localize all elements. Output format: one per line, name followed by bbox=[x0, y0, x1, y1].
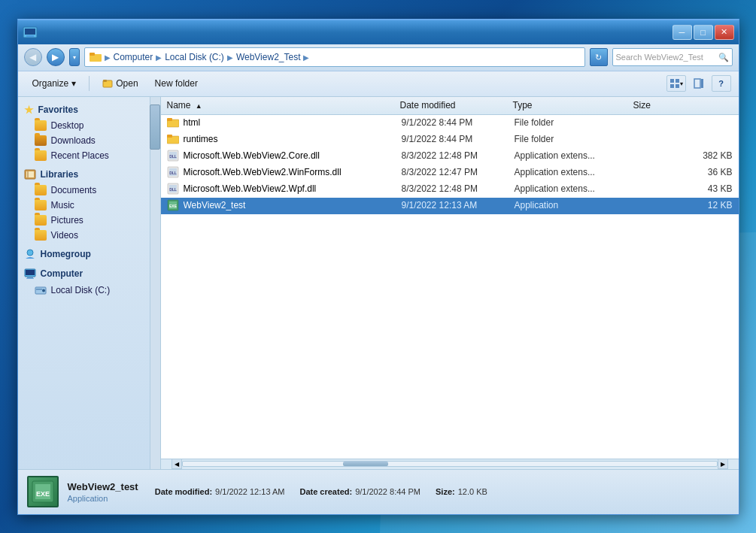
documents-folder-icon bbox=[35, 185, 47, 195]
back-button[interactable]: ◀ bbox=[24, 48, 42, 66]
column-type-label: Type bbox=[513, 100, 533, 111]
file-type: Application extens... bbox=[515, 167, 635, 177]
table-row[interactable]: DLL Microsoft.Web.WebView2.WinForms.dll … bbox=[161, 165, 739, 181]
pictures-folder-icon bbox=[35, 215, 47, 226]
sort-arrow-icon: ▲ bbox=[196, 102, 202, 110]
refresh-button[interactable]: ↻ bbox=[590, 48, 608, 66]
column-size[interactable]: Size bbox=[633, 100, 733, 111]
toolbar-right: ▾ ? bbox=[666, 75, 731, 92]
libraries-label: Libraries bbox=[41, 169, 79, 180]
sidebar-desktop-label: Desktop bbox=[51, 120, 84, 131]
svg-rect-9 bbox=[670, 84, 674, 88]
svg-rect-2 bbox=[26, 35, 34, 37]
title-bar-left bbox=[23, 25, 38, 40]
sidebar: ★ Favorites Desktop Downloads Recent Pla… bbox=[18, 97, 161, 469]
column-header: Name ▲ Date modified Type Size bbox=[161, 97, 739, 115]
file-size: 43 KB bbox=[635, 183, 733, 194]
svg-rect-6 bbox=[103, 80, 107, 82]
libraries-icon bbox=[24, 168, 36, 180]
date-created-label: Date created: bbox=[299, 487, 352, 496]
scroll-right-button[interactable]: ▶ bbox=[718, 459, 728, 469]
maximize-button[interactable]: □ bbox=[694, 25, 713, 40]
sidebar-item-videos[interactable]: Videos bbox=[18, 228, 160, 243]
sidebar-item-downloads[interactable]: Downloads bbox=[18, 133, 160, 148]
sidebar-scroll-thumb[interactable] bbox=[150, 104, 160, 150]
favorites-label: Favorites bbox=[38, 104, 78, 115]
breadcrumb-webview2-test[interactable]: WebView2_Test bbox=[236, 52, 301, 62]
status-filename: WebView2_test bbox=[68, 481, 138, 492]
sidebar-videos-label: Videos bbox=[51, 230, 78, 241]
explorer-window: ─ □ ✕ ◀ ▶ ▾ ▶ Computer ▶ Local Disk (C:)… bbox=[17, 19, 739, 515]
svg-rect-8 bbox=[676, 79, 679, 83]
music-folder-icon bbox=[35, 200, 47, 210]
desktop-folder-icon bbox=[35, 120, 47, 131]
search-placeholder: Search WebView2_Test bbox=[616, 53, 703, 62]
file-name: Microsoft.Web.WebView2.Core.dll bbox=[184, 150, 402, 161]
column-type[interactable]: Type bbox=[513, 100, 633, 111]
sidebar-documents-label: Documents bbox=[51, 185, 97, 195]
recent-places-icon bbox=[35, 150, 47, 161]
folder-icon bbox=[167, 133, 179, 145]
svg-rect-7 bbox=[670, 79, 674, 83]
table-row[interactable]: EXE WebView2_test 9/1/2022 12:13 AM Appl… bbox=[161, 198, 739, 214]
file-type: Application extens... bbox=[515, 150, 635, 161]
breadcrumb-local-disk[interactable]: Local Disk (C:) bbox=[165, 52, 224, 62]
svg-point-16 bbox=[27, 250, 33, 256]
computer-header[interactable]: Computer bbox=[18, 265, 160, 282]
view-dropdown-icon: ▾ bbox=[680, 80, 683, 87]
preview-pane-button[interactable] bbox=[689, 75, 709, 92]
breadcrumb-sep-3: ▶ bbox=[227, 53, 233, 62]
dll-icon: DLL bbox=[167, 150, 179, 162]
toolbar-separator-1 bbox=[89, 76, 90, 91]
sidebar-item-music[interactable]: Music bbox=[18, 198, 160, 213]
homegroup-header[interactable]: Homegroup bbox=[18, 246, 160, 262]
svg-rect-23 bbox=[36, 289, 42, 290]
breadcrumb-sep-1: ▶ bbox=[105, 53, 111, 62]
forward-button[interactable]: ▶ bbox=[47, 48, 65, 66]
organize-button[interactable]: Organize ▾ bbox=[26, 74, 83, 92]
new-folder-button[interactable]: New folder bbox=[148, 74, 205, 92]
sidebar-item-pictures[interactable]: Pictures bbox=[18, 213, 160, 228]
status-file-icon: EXE bbox=[27, 476, 59, 507]
file-type: Application extens... bbox=[515, 183, 635, 194]
sidebar-item-recent-places[interactable]: Recent Places bbox=[18, 148, 160, 163]
column-date[interactable]: Date modified bbox=[400, 100, 513, 111]
svg-text:DLL: DLL bbox=[169, 171, 177, 175]
sidebar-local-disk-label: Local Disk (C:) bbox=[51, 285, 111, 295]
organize-arrow-icon: ▾ bbox=[71, 78, 76, 89]
size-value: 12.0 KB bbox=[458, 487, 487, 496]
sidebar-scrollbar[interactable] bbox=[150, 97, 160, 469]
libraries-header[interactable]: Libraries bbox=[18, 166, 160, 183]
table-row[interactable]: DLL Microsoft.Web.WebView2.Wpf.dll 8/3/2… bbox=[161, 181, 739, 198]
sidebar-item-desktop[interactable]: Desktop bbox=[18, 118, 160, 133]
forward-icon: ▶ bbox=[52, 52, 59, 62]
table-row[interactable]: DLL Microsoft.Web.WebView2.Core.dll 8/3/… bbox=[161, 148, 739, 165]
minimize-button[interactable]: ─ bbox=[673, 25, 692, 40]
svg-rect-27 bbox=[167, 135, 172, 138]
scroll-track[interactable] bbox=[182, 461, 718, 467]
app-icon: EXE bbox=[167, 199, 179, 211]
table-row[interactable]: runtimes 9/1/2022 8:44 PM File folder bbox=[161, 132, 739, 148]
sidebar-item-local-disk[interactable]: Local Disk (C:) bbox=[18, 282, 160, 298]
breadcrumb-sep-2: ▶ bbox=[156, 53, 162, 62]
svg-rect-18 bbox=[26, 270, 35, 275]
size-label: Size: bbox=[436, 487, 455, 496]
svg-rect-4 bbox=[90, 53, 95, 56]
view-button[interactable]: ▾ bbox=[666, 75, 686, 92]
search-box[interactable]: Search WebView2_Test 🔍 bbox=[612, 48, 733, 66]
nav-dropdown-button[interactable]: ▾ bbox=[69, 48, 80, 66]
favorites-header[interactable]: ★ Favorites bbox=[18, 101, 160, 118]
open-button[interactable]: Open bbox=[96, 74, 144, 92]
date-modified-value: 9/1/2022 12:13 AM bbox=[215, 487, 284, 496]
file-date: 8/3/2022 12:48 PM bbox=[402, 183, 515, 194]
breadcrumb-computer[interactable]: Computer bbox=[114, 52, 153, 62]
close-button[interactable]: ✕ bbox=[715, 25, 734, 40]
column-name[interactable]: Name ▲ bbox=[167, 100, 400, 111]
favorites-star-icon: ★ bbox=[24, 104, 34, 116]
sidebar-downloads-label: Downloads bbox=[51, 135, 96, 146]
scroll-thumb[interactable] bbox=[343, 462, 388, 466]
help-button[interactable]: ? bbox=[712, 75, 731, 92]
table-row[interactable]: html 9/1/2022 8:44 PM File folder bbox=[161, 115, 739, 132]
scroll-left-button[interactable]: ◀ bbox=[172, 459, 182, 469]
sidebar-item-documents[interactable]: Documents bbox=[18, 183, 160, 198]
